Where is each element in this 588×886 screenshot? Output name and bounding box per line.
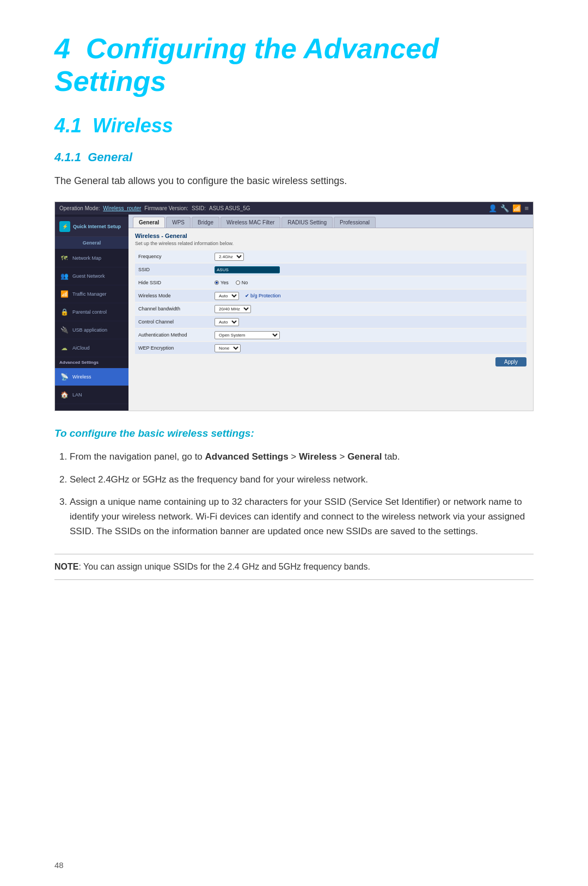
sidebar-item-guest-network[interactable]: 👥 Guest Network [55, 267, 128, 285]
topbar-icons: 👤 🔧 📶 ≡ [488, 204, 529, 212]
row-ssid: SSID [135, 264, 526, 276]
note-box: NOTE: You can assign unique SSIDs for th… [54, 554, 534, 580]
frequency-select[interactable]: 2.4Ghz 5Ghz [215, 253, 244, 261]
sidebar-item-network-map[interactable]: 🗺 Network Map [55, 249, 128, 267]
wep-label: WEP Encryption [138, 345, 215, 351]
sidebar-general-btn[interactable]: General [55, 237, 128, 249]
firmware-label: Firmware Version: [144, 205, 188, 211]
advanced-settings-label: Advanced Settings [55, 357, 128, 368]
row-wireless-mode: Wireless Mode Auto ✔ b/g Protection [135, 290, 526, 302]
wep-value: None [215, 344, 241, 352]
steps-list: From the navigation panel, go to Advance… [70, 449, 534, 539]
configure-heading: To configure the basic wireless settings… [54, 427, 534, 439]
hide-ssid-label: Hide SSID [138, 280, 215, 285]
parental-control-icon: 🔒 [59, 307, 69, 317]
row-authentication: Authentication Method Open System [135, 329, 526, 341]
menu-icon: ≡ [524, 204, 529, 212]
wireless-general-subtitle: Set up the wireless related information … [135, 241, 526, 246]
sidebar-item-traffic-manager[interactable]: 📶 Traffic Manager [55, 285, 128, 303]
tab-wps[interactable]: WPS [166, 217, 191, 228]
quick-setup-label: Quick Internet Setup [73, 224, 121, 230]
lan-icon: 🏠 [59, 390, 69, 400]
sidebar-item-parental-control[interactable]: 🔒 Parental control [55, 303, 128, 321]
frequency-value: 2.4Ghz 5Ghz [215, 253, 244, 261]
control-channel-value: Auto [215, 318, 239, 326]
channel-bandwidth-select[interactable]: 20/40 MHz [215, 305, 251, 313]
ssid-label-row: SSID [138, 267, 215, 272]
person-icon: 👤 [488, 204, 497, 212]
lan-label: LAN [72, 392, 82, 398]
chapter-heading: 4 Configuring the Advanced Settings [54, 33, 534, 98]
ssid-value: ASUS ASUS_5G [209, 205, 250, 211]
hide-ssid-yes[interactable]: Yes [215, 280, 229, 285]
section-heading: 4.1 Wireless [54, 114, 534, 137]
hide-ssid-no[interactable]: No [236, 280, 248, 285]
control-channel-select[interactable]: Auto [215, 318, 239, 326]
tabs-bar: General WPS Bridge Wireless MAC Filter R… [128, 215, 533, 228]
traffic-manager-icon: 📶 [59, 289, 69, 299]
screenshot: Operation Mode: Wireless_router Firmware… [54, 201, 534, 411]
wep-select[interactable]: None [215, 344, 241, 352]
guest-network-icon: 👥 [59, 271, 69, 281]
control-channel-label: Control Channel [138, 319, 215, 325]
sidebar-item-aicloud[interactable]: ☁ AiCloud [55, 339, 128, 357]
settings-icon: 🔧 [500, 204, 509, 212]
tab-radius-setting[interactable]: RADIUS Setting [281, 217, 333, 228]
hide-ssid-value: Yes No [215, 280, 248, 285]
sidebar-item-wireless[interactable]: 📡 Wireless [55, 368, 128, 386]
ssid-input[interactable] [215, 266, 280, 273]
step-1: From the navigation panel, go to Advance… [70, 449, 534, 464]
traffic-manager-label: Traffic Manager [72, 291, 107, 297]
row-wep: WEP Encryption None [135, 342, 526, 354]
row-frequency: Frequency 2.4Ghz 5Ghz [135, 250, 526, 262]
row-hide-ssid: Hide SSID Yes No [135, 277, 526, 289]
row-channel-bandwidth: Channel bandwidth 20/40 MHz [135, 303, 526, 315]
guest-network-label: Guest Network [72, 273, 105, 279]
operation-mode-label: Operation Mode: Wireless_router [59, 205, 141, 211]
wireless-mode-select[interactable]: Auto [215, 292, 239, 300]
sidebar-item-lan[interactable]: 🏠 LAN [55, 386, 128, 404]
usb-application-label: USB application [72, 327, 107, 333]
quick-setup-icon: ⚡ [59, 221, 70, 232]
ssid-input-value [215, 266, 280, 273]
subsection-heading: 4.1.1 General [54, 150, 534, 164]
wireless-mode-label: Wireless Mode [138, 293, 215, 298]
sidebar-quick-setup[interactable]: ⚡ Quick Internet Setup [55, 217, 128, 237]
wifi-icon: 📶 [512, 204, 521, 212]
wireless-general-area: Wireless - General Set up the wireless r… [128, 228, 533, 371]
wireless-general-title: Wireless - General [135, 233, 526, 239]
channel-bandwidth-value: 20/40 MHz [215, 305, 251, 313]
authentication-label: Authentication Method [138, 332, 215, 338]
parental-control-label: Parental control [72, 309, 107, 315]
aicloud-label: AiCloud [72, 345, 90, 351]
tab-general[interactable]: General [133, 217, 165, 228]
row-control-channel: Control Channel Auto [135, 316, 526, 328]
aicloud-icon: ☁ [59, 343, 69, 353]
authentication-select[interactable]: Open System [215, 331, 280, 339]
main-panel: General WPS Bridge Wireless MAC Filter R… [128, 215, 533, 411]
authentication-value: Open System [215, 331, 280, 339]
step-3: Assign a unique name containing up to 32… [70, 494, 534, 539]
screenshot-body: ⚡ Quick Internet Setup General 🗺 Network… [55, 215, 533, 411]
tab-bridge[interactable]: Bridge [192, 217, 219, 228]
page-number: 48 [54, 860, 64, 870]
radio-yes-indicator [215, 280, 219, 285]
sidebar-item-usb-application[interactable]: 🔌 USB application [55, 321, 128, 339]
sidebar: ⚡ Quick Internet Setup General 🗺 Network… [55, 215, 128, 411]
tab-wireless-mac-filter[interactable]: Wireless MAC Filter [220, 217, 280, 228]
bg-protection-checkbox[interactable]: ✔ b/g Protection [245, 293, 281, 298]
wireless-mode-value: Auto ✔ b/g Protection [215, 292, 281, 300]
tab-professional[interactable]: Professional [334, 217, 376, 228]
network-map-icon: 🗺 [59, 253, 69, 263]
frequency-label: Frequency [138, 254, 215, 259]
intro-text: The General tab allows you to configure … [54, 173, 534, 189]
network-map-label: Network Map [72, 255, 101, 261]
note-text: : You can assign unique SSIDs for the 2.… [78, 562, 370, 571]
apply-button[interactable]: Apply [495, 357, 526, 366]
radio-no-indicator [236, 280, 240, 285]
topbar-left: Operation Mode: Wireless_router Firmware… [59, 205, 250, 211]
step-2: Select 2.4GHz or 5GHz as the frequency b… [70, 472, 534, 487]
wireless-label: Wireless [72, 374, 91, 380]
screenshot-topbar: Operation Mode: Wireless_router Firmware… [55, 202, 533, 215]
wireless-icon: 📡 [59, 372, 69, 382]
